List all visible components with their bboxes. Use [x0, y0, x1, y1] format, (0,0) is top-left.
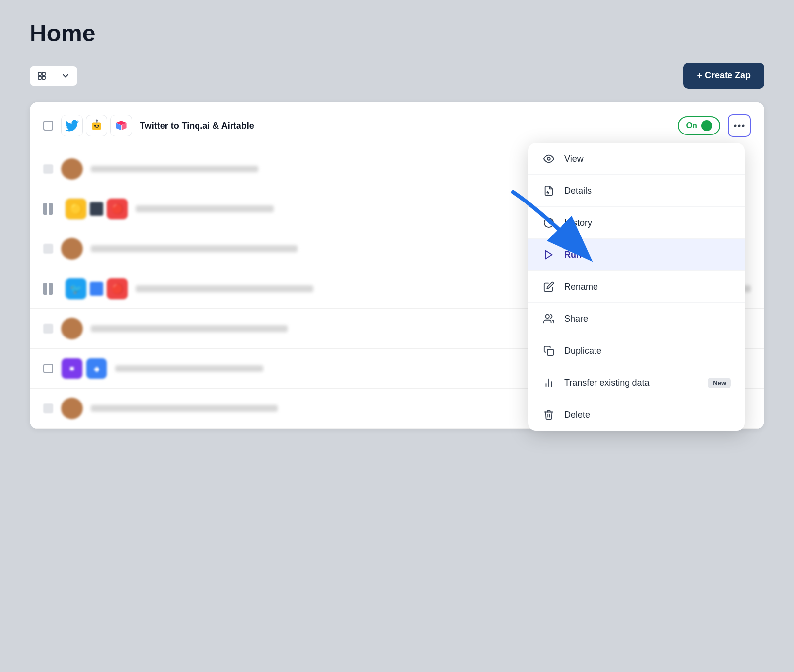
- pause-icon-2: [43, 202, 57, 216]
- svg-rect-3: [42, 76, 45, 79]
- menu-item-delete[interactable]: Delete: [528, 399, 745, 431]
- on-toggle[interactable]: On: [678, 116, 720, 135]
- svg-rect-1: [42, 72, 45, 75]
- menu-item-share[interactable]: Share: [528, 303, 745, 335]
- grid-view-button[interactable]: [30, 66, 54, 86]
- file-bolt-icon: [542, 184, 556, 198]
- menu-item-run[interactable]: Run: [528, 239, 745, 271]
- users-icon: [542, 312, 556, 326]
- chevron-down-icon: [61, 71, 70, 80]
- menu-run-label: Run: [564, 250, 582, 260]
- svg-rect-6: [98, 125, 99, 126]
- toggle-dot: [701, 120, 712, 131]
- twitter-app-icon: [61, 115, 83, 136]
- twitter-icon: [65, 120, 79, 132]
- svg-point-9: [96, 119, 98, 121]
- svg-rect-2: [38, 76, 41, 79]
- create-zap-button[interactable]: + Create Zap: [683, 63, 764, 89]
- svg-rect-20: [547, 349, 553, 355]
- svg-rect-7: [96, 127, 98, 128]
- menu-history-label: History: [564, 218, 592, 228]
- featured-zap-row: Twitter to Tinq.ai & Airtable On: [30, 102, 764, 149]
- menu-item-duplicate[interactable]: Duplicate: [528, 335, 745, 367]
- menu-item-view[interactable]: View: [528, 143, 745, 175]
- menu-item-details[interactable]: Details: [528, 175, 745, 207]
- menu-delete-label: Delete: [564, 410, 590, 420]
- svg-rect-4: [92, 123, 101, 130]
- pencil-icon: [542, 280, 556, 294]
- trash-icon: [542, 408, 556, 422]
- tinq-icon: [90, 119, 103, 132]
- grid-icon: [37, 71, 47, 81]
- eye-icon: [542, 152, 556, 166]
- more-options-button[interactable]: [728, 114, 751, 137]
- featured-zap-name: Twitter to Tinq.ai & Airtable: [140, 121, 670, 131]
- menu-item-rename[interactable]: Rename: [528, 271, 745, 303]
- dropdown-menu: View Details History Run: [528, 143, 745, 431]
- menu-transfer-label: Transfer existing data: [564, 378, 649, 388]
- new-badge: New: [708, 378, 731, 388]
- airtable-icon: [115, 119, 128, 132]
- page-title: Home: [30, 20, 764, 47]
- svg-point-19: [546, 315, 549, 318]
- svg-point-15: [742, 125, 745, 127]
- menu-view-label: View: [564, 154, 584, 164]
- view-controls: [30, 66, 77, 86]
- menu-item-history[interactable]: History: [528, 207, 745, 239]
- menu-rename-label: Rename: [564, 282, 598, 292]
- menu-duplicate-label: Duplicate: [564, 346, 601, 356]
- svg-rect-5: [94, 125, 96, 126]
- menu-share-label: Share: [564, 314, 588, 324]
- pause-icon-4: [43, 282, 57, 296]
- svg-point-13: [734, 125, 737, 127]
- svg-point-14: [738, 125, 741, 127]
- copy-icon: [542, 344, 556, 358]
- zap-app-icons: [61, 115, 132, 136]
- bar-chart-icon: [542, 376, 556, 390]
- zap-checkbox[interactable]: [43, 121, 53, 131]
- tinq-app-icon: [86, 115, 107, 136]
- play-icon: [542, 248, 556, 262]
- toolbar: + Create Zap: [30, 63, 764, 89]
- airtable-app-icon: [110, 115, 132, 136]
- svg-marker-18: [546, 251, 552, 259]
- menu-details-label: Details: [564, 186, 592, 196]
- toggle-label: On: [686, 121, 697, 131]
- chevron-down-button[interactable]: [54, 67, 77, 85]
- clock-icon: [542, 216, 556, 230]
- svg-rect-0: [38, 72, 41, 75]
- svg-point-16: [547, 157, 550, 160]
- more-dots-icon: [734, 124, 745, 127]
- menu-item-transfer[interactable]: Transfer existing data New: [528, 367, 745, 399]
